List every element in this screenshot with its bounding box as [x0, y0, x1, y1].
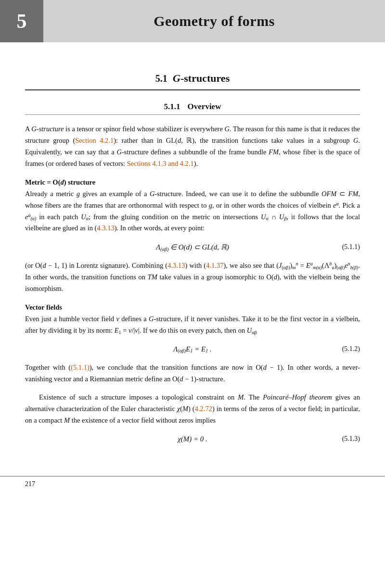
section-number: 5.1 [155, 73, 167, 84]
eq-513-content: χ(M) = 0 . [178, 435, 207, 443]
section-title-suffix: -structures [180, 72, 230, 84]
subsection-heading: 5.1.1 Overview [25, 102, 360, 112]
link-4137[interactable]: 4.1.37 [206, 262, 223, 269]
subsection-divider [25, 114, 360, 115]
link-511[interactable]: (5.1.1) [71, 363, 90, 371]
poincare-hopf-term: Poincaré–Hopf theorem [263, 393, 332, 401]
vector-paragraph-2: Together with ((5.1.1)), we conclude tha… [25, 362, 360, 385]
metric-section-title: Metric = O(d) structure [25, 178, 360, 187]
page-number: 217 [25, 480, 35, 488]
link-4313[interactable]: 4.3.13 [97, 224, 114, 232]
eq-511-label: (5.1.1) [342, 243, 360, 251]
main-content: 5.1 G-structures 5.1.1 Overview A G-stru… [0, 42, 385, 471]
chapter-number: 5 [0, 0, 43, 42]
chapter-title: Geometry of forms [154, 13, 275, 29]
intro-paragraph: A G-structure is a tensor or spinor fiel… [25, 124, 360, 170]
section-title: G [173, 72, 180, 84]
g-structure-term: G-structure [31, 125, 64, 133]
subsection-number: 5.1.1 [164, 102, 180, 111]
vector-paragraph-3: Existence of such a structure imposes a … [25, 392, 360, 426]
vector-paragraph-1: Even just a humble vector field v define… [25, 313, 360, 337]
link-section421[interactable]: Section 4.2.1 [75, 137, 114, 144]
eq-512-content: Λ(αβ)E1 = E1 . [173, 345, 211, 353]
page-header: 5 Geometry of forms [0, 0, 385, 42]
eq-511-content: Λ(αβ) ∈ O(d) ⊂ GL(d, ℝ) [156, 243, 229, 251]
metric-paragraph-2: (or O(d − 1, 1) in Lorentz signature). C… [25, 260, 360, 295]
link-sections413-421[interactable]: Sections 4.1.3 and 4.2.1 [127, 160, 194, 167]
subsection-title: Overview [188, 102, 221, 111]
eq-512-label: (5.1.2) [342, 345, 360, 353]
link-4272[interactable]: 4.2.72 [195, 405, 212, 413]
page-footer: 217 [0, 476, 385, 492]
section-heading: 5.1 G-structures [25, 72, 360, 85]
metric-paragraph: Already a metric g gives an example of a… [25, 188, 360, 235]
equation-511: Λ(αβ) ∈ O(d) ⊂ GL(d, ℝ) (5.1.1) [25, 243, 360, 251]
chapter-title-block: Geometry of forms [43, 0, 385, 42]
eq-513-label: (5.1.3) [342, 435, 360, 443]
section-divider [25, 89, 360, 90]
vector-section-title: Vector fields [25, 303, 360, 312]
equation-512: Λ(αβ)E1 = E1 . (5.1.2) [25, 345, 360, 353]
equation-513: χ(M) = 0 . (5.1.3) [25, 435, 360, 443]
link-4313b[interactable]: 4.3.13 [167, 262, 185, 269]
